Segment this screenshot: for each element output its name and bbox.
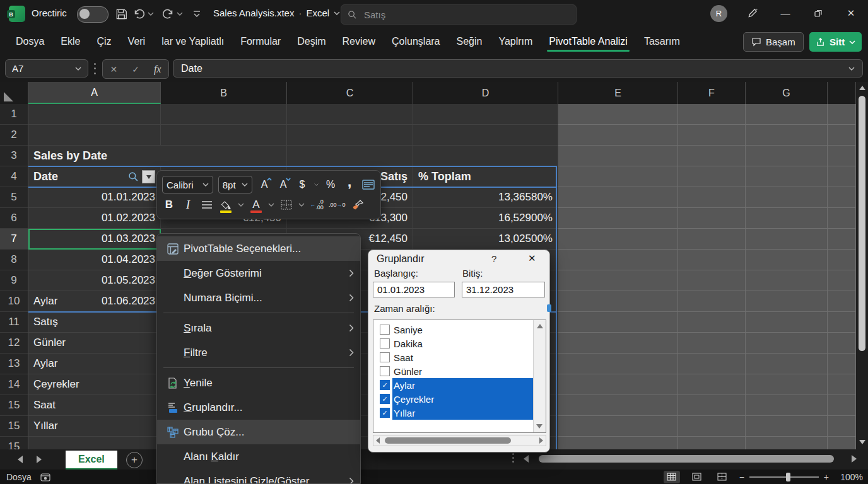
menu-item-de-er-g-sterimi[interactable]: Değer Gösterimi: [157, 261, 360, 285]
cell-A8[interactable]: 01.04.2023: [28, 250, 161, 270]
cell-F15[interactable]: [678, 416, 746, 437]
cell-F13[interactable]: [678, 354, 746, 374]
cell-F2[interactable]: [678, 125, 746, 146]
customize-quick-access-icon[interactable]: [189, 6, 204, 21]
minimize-button[interactable]: —: [775, 4, 796, 23]
cell-A7[interactable]: 01.03.2023: [28, 229, 161, 250]
start-date-input[interactable]: [373, 282, 455, 297]
row-header-11[interactable]: 11: [0, 312, 28, 333]
cell-E7[interactable]: [558, 229, 678, 250]
unchecked-checkbox-icon[interactable]: [380, 352, 390, 362]
fill-color-dropdown-icon[interactable]: [238, 203, 244, 207]
ribbon-tab-ekle[interactable]: Ekle: [52, 30, 88, 53]
cell-A3[interactable]: Sales by Date: [28, 146, 161, 166]
cell-E15[interactable]: [558, 416, 678, 437]
ribbon-tab-dosya[interactable]: Dosya: [8, 30, 52, 53]
cell-H15[interactable]: [828, 395, 856, 416]
cell-C2[interactable]: [287, 125, 413, 146]
filter-dropdown-button[interactable]: [142, 170, 155, 183]
cell-A14[interactable]: Çeyrekler: [28, 374, 161, 395]
unchecked-checkbox-icon[interactable]: [380, 338, 390, 349]
currency-dropdown-icon[interactable]: [314, 183, 319, 187]
dialog-resize-grip[interactable]: [547, 304, 551, 312]
fill-color-icon[interactable]: [219, 197, 233, 212]
ribbon-tab-olun-lara[interactable]: Çolunşlara: [384, 30, 448, 53]
ribbon-tab-yaplr-m[interactable]: Yaplrım: [490, 30, 541, 53]
column-header-E[interactable]: E: [558, 82, 678, 104]
cell-A6[interactable]: 01.02.2023: [28, 208, 161, 229]
cell-A10[interactable]: Aylar01.06.2023: [28, 291, 161, 312]
restore-button[interactable]: [807, 4, 829, 23]
cell-G7[interactable]: [746, 229, 828, 250]
menu-item-filtre[interactable]: Filtre: [157, 340, 360, 365]
cell-G1[interactable]: [746, 104, 828, 125]
add-sheet-icon[interactable]: +: [126, 452, 143, 468]
insert-function-icon[interactable]: fx: [154, 64, 161, 75]
cell-F3[interactable]: [678, 146, 746, 166]
row-header-12[interactable]: 12: [0, 333, 28, 354]
save-icon[interactable]: [114, 6, 129, 21]
cell-E13[interactable]: [558, 354, 678, 374]
cell-H15[interactable]: [828, 437, 856, 449]
font-size-dropdown[interactable]: 8pt: [218, 176, 252, 193]
ribbon-tab-review[interactable]: Review: [334, 30, 384, 53]
vertical-scrollbar[interactable]: [856, 82, 868, 449]
cell-F15[interactable]: [678, 395, 746, 416]
menu-item-pivottable-se-enekleri[interactable]: PivotTable Seçenekleri...: [157, 236, 360, 261]
cell-H9[interactable]: [828, 270, 856, 291]
listbox-scroll-down-icon[interactable]: [536, 424, 542, 429]
row-header-7[interactable]: 7: [0, 229, 28, 250]
cell-F1[interactable]: [678, 104, 746, 125]
cell-F7[interactable]: [678, 229, 746, 250]
search-box[interactable]: [341, 4, 577, 25]
cell-G10[interactable]: [746, 291, 828, 312]
cell-G3[interactable]: [746, 146, 828, 166]
ribbon-tab-formular[interactable]: Formular: [232, 30, 289, 53]
share-button[interactable]: Sitt: [809, 32, 862, 52]
column-header-F[interactable]: F: [678, 82, 746, 104]
cell-D4[interactable]: % Toplam: [413, 166, 558, 187]
cell-D1[interactable]: [413, 104, 558, 125]
time-option-eyrekler[interactable]: ✓Çeyrekler: [373, 392, 546, 406]
cell-C3[interactable]: [287, 146, 413, 166]
cell-E3[interactable]: [558, 146, 678, 166]
percent-format-icon[interactable]: %: [324, 177, 337, 192]
zoom-slider[interactable]: [749, 476, 819, 478]
scroll-up-icon[interactable]: [859, 86, 865, 90]
cell-F8[interactable]: [678, 250, 746, 270]
cell-A9[interactable]: 01.05.2023: [28, 270, 161, 291]
cell-H14[interactable]: [828, 374, 856, 395]
ribbon-tab-lar-ve-yapliatl[interactable]: lar ve Yapliatlı: [153, 30, 232, 53]
increase-font-size-icon[interactable]: A: [257, 177, 271, 192]
borders-dropdown-icon[interactable]: [298, 203, 305, 207]
borders-grid-icon[interactable]: [279, 197, 293, 212]
cell-H15[interactable]: [828, 416, 856, 437]
cell-E9[interactable]: [558, 270, 678, 291]
vertical-scroll-thumb[interactable]: [859, 96, 865, 351]
horizontal-scroll-thumb[interactable]: [539, 455, 834, 463]
unchecked-checkbox-icon[interactable]: [380, 366, 390, 376]
cell-H2[interactable]: [828, 125, 856, 146]
cell-E1[interactable]: [558, 104, 678, 125]
cancel-entry-icon[interactable]: ✕: [110, 64, 117, 74]
redo-dropdown-icon[interactable]: [175, 6, 184, 21]
formula-input[interactable]: Date: [173, 59, 863, 78]
cell-H8[interactable]: [828, 250, 856, 270]
horizontal-scrollbar[interactable]: [524, 454, 857, 464]
column-header-B[interactable]: B: [161, 82, 287, 104]
row-header-3[interactable]: 3: [0, 146, 28, 166]
cell-H7[interactable]: [828, 229, 856, 250]
cell-H13[interactable]: [828, 354, 856, 374]
zoom-in-icon[interactable]: +: [824, 472, 829, 482]
name-box[interactable]: A7: [5, 59, 88, 78]
bold-icon[interactable]: B: [162, 197, 176, 212]
cell-G13[interactable]: [746, 354, 828, 374]
cell-F15[interactable]: [678, 437, 746, 449]
menu-item-yenile[interactable]: Yenile: [157, 371, 360, 395]
cell-F12[interactable]: [678, 333, 746, 354]
table-format-icon[interactable]: [361, 177, 375, 192]
cell-A11[interactable]: Satış: [28, 312, 161, 333]
cell-G15[interactable]: [746, 416, 828, 437]
macro-record-icon[interactable]: [40, 473, 50, 481]
increase-decimal-icon[interactable]: ←.0.00: [310, 197, 324, 212]
